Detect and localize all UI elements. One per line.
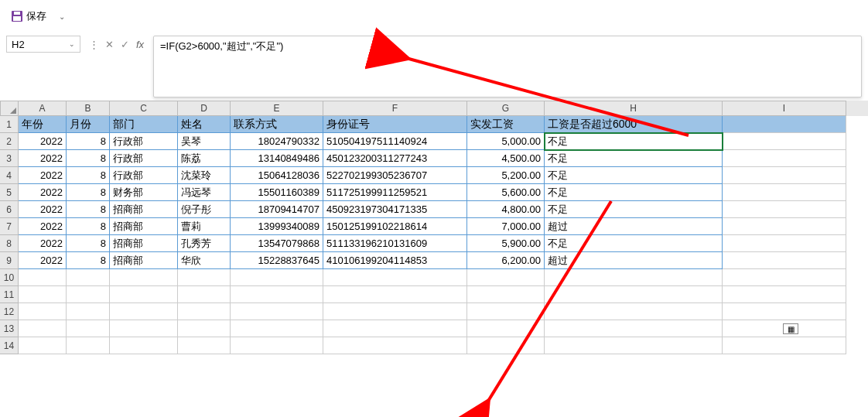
empty-cell[interactable] [19, 337, 67, 354]
cell[interactable]: 18024790332 [231, 133, 323, 150]
fx-icon[interactable]: fx [133, 37, 147, 51]
empty-cell[interactable] [110, 337, 178, 354]
cell[interactable]: 招商部 [110, 218, 178, 235]
row-header[interactable]: 3 [0, 150, 19, 167]
empty-cell[interactable] [19, 303, 67, 320]
empty-cell[interactable] [231, 269, 323, 286]
empty-cell[interactable] [723, 303, 846, 320]
cell[interactable]: 吴琴 [178, 133, 231, 150]
cell[interactable]: 2022 [19, 184, 67, 201]
empty-cell[interactable] [110, 286, 178, 303]
empty-cell[interactable] [67, 337, 110, 354]
empty-cell[interactable] [467, 286, 545, 303]
save-button[interactable]: 保存 [6, 8, 51, 25]
autofill-options-icon[interactable]: ▦ [783, 323, 798, 334]
cell[interactable]: 5,000.00 [467, 133, 545, 150]
name-box[interactable]: H2 ⌄ [6, 36, 80, 53]
empty-cell[interactable] [723, 218, 846, 235]
cell[interactable]: 财务部 [110, 184, 178, 201]
cell[interactable]: 450923197304171335 [323, 201, 467, 218]
col-header-E[interactable]: E [231, 101, 323, 116]
cell[interactable]: 华欣 [178, 252, 231, 269]
header-cell[interactable]: 姓名 [178, 116, 231, 133]
toolbar-dropdown-icon[interactable]: ⌄ [56, 11, 68, 22]
row-header[interactable]: 10 [0, 269, 19, 286]
empty-cell[interactable] [723, 116, 846, 133]
row-header[interactable]: 9 [0, 252, 19, 269]
col-header-A[interactable]: A [19, 101, 67, 116]
row-header[interactable]: 4 [0, 167, 19, 184]
empty-cell[interactable] [723, 235, 846, 252]
cell[interactable]: 招商部 [110, 252, 178, 269]
empty-cell[interactable] [723, 201, 846, 218]
cell[interactable]: 13547079868 [231, 235, 323, 252]
empty-cell[interactable] [178, 320, 231, 337]
confirm-icon[interactable]: ✓ [118, 37, 132, 51]
col-header-F[interactable]: F [323, 101, 467, 116]
empty-cell[interactable] [110, 320, 178, 337]
cell[interactable]: 511133196210131609 [323, 235, 467, 252]
more-icon[interactable]: ⋮ [87, 37, 101, 51]
empty-cell[interactable] [67, 303, 110, 320]
empty-cell[interactable] [323, 303, 467, 320]
header-cell[interactable]: 工资是否超过6000 [545, 116, 723, 133]
cell[interactable]: 18709414707 [231, 201, 323, 218]
cell[interactable]: 超过 [545, 218, 723, 235]
cell[interactable]: 不足 [545, 184, 723, 201]
empty-cell[interactable] [467, 303, 545, 320]
empty-cell[interactable] [231, 320, 323, 337]
cell[interactable]: 511725199911259521 [323, 184, 467, 201]
cell[interactable]: 曹莉 [178, 218, 231, 235]
cell[interactable]: 15064128036 [231, 167, 323, 184]
col-header-B[interactable]: B [67, 101, 110, 116]
cell[interactable]: 13999340089 [231, 218, 323, 235]
cell[interactable]: 5,900.00 [467, 235, 545, 252]
select-all-corner[interactable] [0, 101, 19, 116]
cell[interactable]: 15501160389 [231, 184, 323, 201]
empty-cell[interactable] [545, 286, 723, 303]
cell[interactable]: 2022 [19, 167, 67, 184]
empty-cell[interactable] [67, 286, 110, 303]
cell[interactable]: 522702199305236707 [323, 167, 467, 184]
empty-cell[interactable] [467, 337, 545, 354]
empty-cell[interactable] [323, 269, 467, 286]
cell[interactable]: 2022 [19, 133, 67, 150]
cell[interactable]: 孔秀芳 [178, 235, 231, 252]
row-header-1[interactable]: 1 [0, 116, 19, 133]
cell[interactable]: 150125199102218614 [323, 218, 467, 235]
cell[interactable]: 8 [67, 133, 110, 150]
row-header[interactable]: 11 [0, 286, 19, 303]
empty-cell[interactable] [723, 337, 846, 354]
cell[interactable]: 沈菜玲 [178, 167, 231, 184]
cell[interactable]: 6,200.00 [467, 252, 545, 269]
empty-cell[interactable] [723, 286, 846, 303]
cell[interactable]: 不足 [545, 167, 723, 184]
header-cell[interactable]: 月份 [67, 116, 110, 133]
header-cell[interactable]: 部门 [110, 116, 178, 133]
cell[interactable]: 2022 [19, 235, 67, 252]
col-header-C[interactable]: C [110, 101, 178, 116]
cell[interactable]: 410106199204114853 [323, 252, 467, 269]
cell[interactable]: 8 [67, 201, 110, 218]
col-header-H[interactable]: H [545, 101, 723, 116]
empty-cell[interactable] [545, 337, 723, 354]
cell[interactable]: 5,200.00 [467, 167, 545, 184]
empty-cell[interactable] [545, 320, 723, 337]
row-header[interactable]: 13 [0, 320, 19, 337]
cell[interactable]: 行政部 [110, 150, 178, 167]
cancel-icon[interactable]: ✕ [102, 37, 116, 51]
cell[interactable]: 行政部 [110, 167, 178, 184]
cell[interactable]: 不足 [545, 150, 723, 167]
row-header[interactable]: 14 [0, 337, 19, 354]
empty-cell[interactable] [67, 320, 110, 337]
header-cell[interactable]: 联系方式 [231, 116, 323, 133]
cell[interactable]: 8 [67, 167, 110, 184]
cell[interactable]: 2022 [19, 201, 67, 218]
row-header[interactable]: 7 [0, 218, 19, 235]
cell[interactable]: 4,800.00 [467, 201, 545, 218]
empty-cell[interactable] [19, 286, 67, 303]
empty-cell[interactable] [178, 269, 231, 286]
cell[interactable]: 8 [67, 235, 110, 252]
empty-cell[interactable] [323, 320, 467, 337]
header-cell[interactable]: 身份证号 [323, 116, 467, 133]
